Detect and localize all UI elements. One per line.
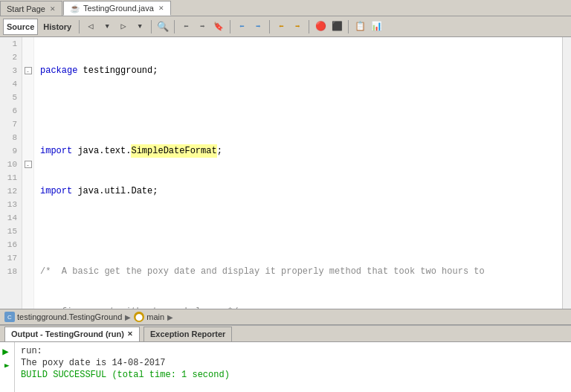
code-line-3: import java.text.SimpleDateFormat;: [40, 144, 556, 158]
vertical-scrollbar[interactable]: [562, 37, 571, 309]
code-line-4: import java.util.Date;: [40, 184, 556, 198]
back-icon[interactable]: ◁: [83, 19, 98, 34]
next-error-icon[interactable]: ➡: [290, 19, 305, 34]
fold-empty-2: [22, 51, 33, 64]
next-occurrence-icon[interactable]: ➡: [251, 19, 265, 34]
fold-empty-12: [22, 184, 33, 198]
fold-empty-18: [22, 265, 33, 278]
line-num-3: 3: [3, 64, 17, 77]
tab-bar: Start Page ✕ ☕ TestingGround.java ✕: [0, 0, 571, 16]
toolbar-sep-3: [174, 20, 175, 33]
output-panel: Output - TestingGround (run) ✕ Exception…: [0, 325, 571, 392]
code-editor: 1 2 3 4 5 6 7 8 9 10 11 12 13 14 15 16 1…: [0, 37, 571, 309]
fold-empty-4: [22, 77, 33, 91]
output-icon[interactable]: 📋: [352, 19, 367, 34]
tab-testing-ground[interactable]: ☕ TestingGround.java ✕: [63, 1, 171, 16]
output-content: run: The poxy date is 14-08-2017 BUILD S…: [15, 342, 571, 392]
breadcrumb-class-item[interactable]: C testingground.TestingGround: [4, 312, 122, 322]
magnify-icon[interactable]: 🔍: [155, 19, 170, 34]
code-line-7: figure out without any help. */: [40, 305, 556, 309]
main-area: 1 2 3 4 5 6 7 8 9 10 11 12 13 14 15 16 1…: [0, 37, 571, 309]
toolbar-sep-2: [151, 20, 152, 33]
line-num-1: 1: [3, 37, 17, 51]
code-lines[interactable]: package testingground; import java.text.…: [34, 37, 562, 309]
output-tab-main-label: Output - TestingGround (run): [11, 330, 124, 338]
fold-icon-3[interactable]: -: [25, 67, 32, 74]
highlight-simpledateformat: SimpleDateFormat: [131, 144, 216, 158]
breadcrumb-method-item[interactable]: ⬤ main: [134, 312, 164, 322]
line-num-12: 12: [3, 184, 17, 198]
run-stop-icon[interactable]: 🔴: [313, 19, 328, 34]
fold-empty-16: [22, 238, 33, 251]
fold-empty-5: [22, 91, 33, 104]
line-num-2: 2: [3, 51, 17, 64]
line-num-5: 5: [3, 91, 17, 104]
code-3-mid: java.text.: [72, 144, 131, 158]
fold-empty-1: [22, 37, 33, 51]
prev-error-icon[interactable]: ⬅: [274, 19, 288, 34]
breadcrumb-bar: C testingground.TestingGround ▶ ⬤ main ▶: [0, 309, 571, 325]
code-line-5: [40, 225, 556, 238]
output-line-result: The poxy date is 14-08-2017: [21, 357, 565, 369]
tab-start-page-close[interactable]: ✕: [50, 5, 56, 13]
next-bookmark-icon[interactable]: ➡: [195, 19, 210, 34]
line-num-14: 14: [3, 211, 17, 225]
fold-empty-7: [22, 118, 33, 131]
toolbar-sep-6: [309, 20, 309, 33]
toolbar-sep-7: [348, 20, 349, 33]
bookmark-icon[interactable]: 🔖: [211, 19, 226, 34]
line-num-7: 7: [3, 118, 17, 131]
prev-bookmark-icon[interactable]: ⬅: [178, 19, 193, 34]
test-icon[interactable]: 📊: [369, 19, 384, 34]
code-line-6: /* A basic get the poxy date and display…: [40, 265, 556, 278]
output-tab-exception[interactable]: Exception Reporter: [143, 327, 232, 341]
output-header: Output - TestingGround (run) ✕ Exception…: [0, 326, 571, 342]
run-step-icon[interactable]: ▶: [4, 362, 10, 369]
code-content: 1 2 3 4 5 6 7 8 9 10 11 12 13 14 15 16 1…: [0, 37, 571, 309]
breadcrumb-method-label: main: [146, 312, 164, 321]
breadcrumb-arrow: ▶: [125, 313, 131, 321]
dropdown-1-icon[interactable]: ▼: [100, 19, 114, 34]
comment-7: figure out without any help. */: [40, 305, 238, 309]
source-button[interactable]: Source: [3, 19, 38, 35]
fold-empty-14: [22, 211, 33, 225]
toolbar-sep-4: [230, 20, 230, 33]
output-left-icons: ▶ ▶: [0, 342, 15, 392]
line-num-8: 8: [3, 131, 17, 144]
line-num-10: 10: [3, 158, 17, 171]
stop-icon[interactable]: ⬛: [329, 19, 344, 34]
kw-package: package: [40, 64, 77, 77]
code-4-rest: java.util.Date;: [72, 184, 158, 198]
tab-file-icon: ☕: [70, 4, 80, 13]
class-icon: C: [4, 312, 15, 322]
fold-icon-10[interactable]: -: [25, 161, 32, 168]
line-numbers: 1 2 3 4 5 6 7 8 9 10 11 12 13 14 15 16 1…: [0, 37, 22, 309]
run-play-icon[interactable]: ▶: [2, 345, 8, 358]
tab-start-page[interactable]: Start Page ✕: [0, 1, 62, 16]
tab-start-page-label: Start Page: [7, 4, 45, 13]
line-num-16: 16: [3, 238, 17, 251]
output-tab-close[interactable]: ✕: [127, 330, 133, 338]
fold-empty-9: [22, 144, 33, 158]
method-icon: ⬤: [134, 312, 144, 322]
fold-3[interactable]: -: [22, 64, 33, 77]
breadcrumb-method-arrow: ▶: [167, 313, 173, 321]
prev-occurrence-icon[interactable]: ⬅: [234, 19, 249, 34]
output-body: ▶ ▶ run: The poxy date is 14-08-2017 BUI…: [0, 342, 571, 392]
kw-import-2: import: [40, 184, 72, 198]
code-line-1: package testingground;: [40, 64, 556, 77]
output-line-run: run:: [21, 345, 565, 357]
toolbar-sep-1: [79, 20, 80, 33]
fold-gutter: - -: [22, 37, 34, 309]
forward-icon[interactable]: ▷: [116, 19, 131, 34]
output-tab-main[interactable]: Output - TestingGround (run) ✕: [4, 327, 140, 341]
fold-empty-6: [22, 104, 33, 118]
code-3-end: ;: [217, 144, 222, 158]
fold-10[interactable]: -: [22, 158, 33, 171]
fold-empty-17: [22, 251, 33, 265]
history-button[interactable]: History: [39, 19, 75, 35]
tab-testing-ground-close[interactable]: ✕: [158, 4, 164, 12]
fold-empty-13: [22, 198, 33, 211]
toolbar-sep-5: [269, 20, 270, 33]
dropdown-2-icon[interactable]: ▼: [132, 19, 147, 34]
